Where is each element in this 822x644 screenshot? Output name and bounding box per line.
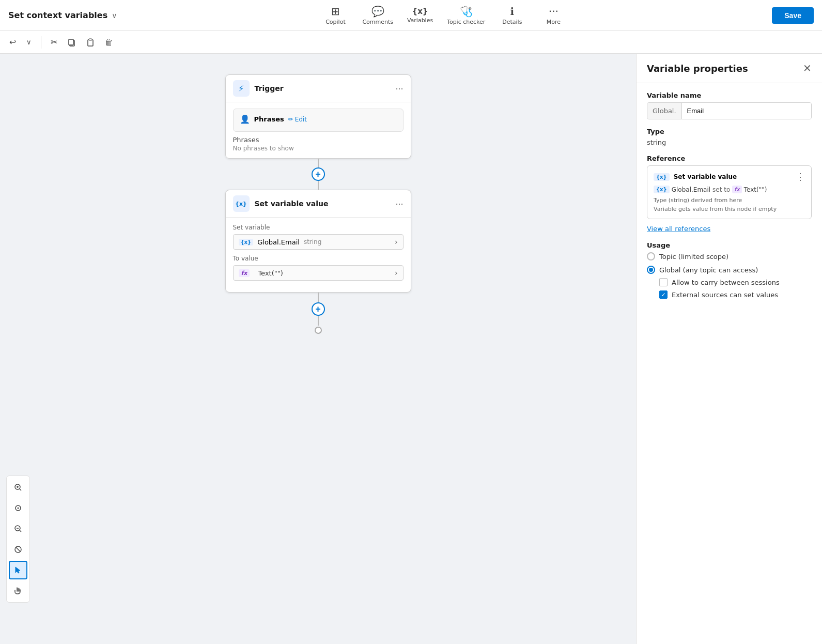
radio-topic-limited[interactable]: Topic (limited scope) — [647, 252, 812, 260]
comments-icon: 💬 — [371, 5, 384, 18]
nav-topic-checker-label: Topic checker — [447, 19, 485, 25]
checkbox-external-label: External sources can set values — [672, 291, 778, 299]
reference-section: Reference {x} Set variable value ⋮ {x} G… — [647, 155, 812, 233]
zoom-in-icon — [14, 483, 22, 492]
variable-icon: {x} — [233, 195, 250, 212]
checkbox-carry-sessions[interactable]: Allow to carry between sessions — [659, 278, 812, 286]
phrases-section: 👤 Phrases ✏ Edit — [233, 109, 404, 132]
to-value-section: To value fx Text("") › — [233, 255, 404, 281]
toolbar-divider-1 — [41, 36, 41, 49]
ref-set-to: set to — [712, 186, 730, 193]
nav-details[interactable]: ℹ Details — [498, 5, 526, 25]
no-fit-button[interactable] — [9, 540, 27, 559]
topbar-right: Save — [772, 7, 814, 24]
variable-type: string — [304, 238, 321, 246]
topbar-left: Set context variables ∨ — [8, 10, 117, 20]
trigger-node-title: Trigger — [255, 84, 284, 93]
variable-node-title: Set variable value — [255, 200, 329, 208]
zoom-out-button[interactable] — [9, 519, 27, 538]
variable-name: Global.Email — [257, 238, 300, 246]
no-fit-icon — [14, 545, 22, 554]
variable-badge: {x} — [239, 239, 254, 246]
trigger-node-body: 👤 Phrases ✏ Edit Phrases No phrases to s… — [226, 102, 411, 158]
zoom-in-button[interactable] — [9, 478, 27, 497]
ref-fx-badge: fx — [732, 186, 741, 193]
svg-point-9 — [18, 508, 19, 509]
connector-1: + — [312, 159, 325, 190]
variable-node-more-button[interactable]: ··· — [395, 198, 403, 209]
delete-button[interactable]: 🗑 — [102, 36, 116, 49]
save-button[interactable]: Save — [772, 7, 814, 24]
chevron-down-icon[interactable]: ∨ — [112, 11, 117, 20]
ref-meta-line1: Type (string) derived from here — [654, 196, 805, 205]
radio-global-label: Global (any topic can access) — [659, 266, 758, 274]
view-all-references-link[interactable]: View all references — [647, 225, 710, 233]
reference-row: {x} Set variable value ⋮ — [654, 171, 805, 182]
hand-button[interactable] — [9, 581, 27, 600]
var-name-input[interactable] — [682, 103, 811, 119]
variable-node: {x} Set variable value ··· Set variable … — [225, 190, 411, 293]
connector-line-1b — [318, 181, 319, 190]
var-name-label: Variable name — [647, 91, 812, 99]
radio-topic-label: Topic (limited scope) — [659, 253, 728, 260]
pointer-button[interactable] — [9, 561, 27, 579]
nav-more-label: More — [547, 19, 561, 25]
phrases-header: 👤 Phrases ✏ Edit — [240, 114, 397, 124]
cut-button[interactable]: ✂ — [48, 35, 60, 49]
fx-field[interactable]: fx Text("") › — [233, 265, 404, 281]
svg-line-12 — [20, 530, 21, 532]
nav-topic-checker[interactable]: 🩺 Topic checker — [447, 5, 485, 25]
redo-button[interactable]: ∨ — [23, 36, 35, 48]
add-node-button-2[interactable]: + — [312, 302, 325, 316]
trigger-node-more-button[interactable]: ··· — [395, 83, 403, 94]
undo-button[interactable]: ↩ — [6, 35, 19, 49]
panel-header: Variable properties ✕ — [637, 54, 822, 83]
type-label: Type — [647, 128, 812, 135]
variable-field-chevron-icon: › — [395, 238, 398, 246]
nav-more[interactable]: ··· More — [539, 5, 568, 25]
phrases-label: Phrases — [233, 136, 404, 144]
paste-button[interactable] — [83, 36, 98, 49]
nav-copilot[interactable]: ⊞ Copilot — [321, 5, 350, 25]
phrases-title: Phrases — [254, 115, 284, 123]
nav-comments[interactable]: 💬 Comments — [362, 5, 393, 25]
ref-more-button[interactable]: ⋮ — [796, 171, 805, 182]
type-value: string — [647, 139, 812, 146]
phrases-edit-link[interactable]: ✏ Edit — [288, 116, 307, 123]
set-variable-label: Set variable — [233, 224, 404, 231]
to-value-label: To value — [233, 255, 404, 262]
nav-copilot-label: Copilot — [325, 19, 346, 25]
center-button[interactable] — [9, 499, 27, 517]
ref-title: Set variable value — [674, 173, 737, 180]
svg-rect-1 — [69, 39, 73, 45]
usage-label: Usage — [647, 241, 812, 249]
trigger-node-header-left: ⚡ Trigger — [233, 80, 284, 97]
canvas[interactable]: ⚡ Trigger ··· 👤 Phrases ✏ Edit — [0, 54, 636, 644]
trigger-node: ⚡ Trigger ··· 👤 Phrases ✏ Edit — [225, 74, 411, 159]
variable-node-body: Set variable {x} Global.Email string › T… — [226, 218, 411, 292]
checkbox-external-sources[interactable]: External sources can set values — [659, 290, 812, 299]
connector-line-2 — [318, 293, 319, 302]
variable-field[interactable]: {x} Global.Email string › — [233, 234, 404, 250]
phrases-person-icon: 👤 — [240, 114, 250, 124]
page-title: Set context variables — [8, 10, 107, 20]
var-name-field: Global. — [647, 102, 812, 119]
reference-meta: Type (string) derived from here Variable… — [654, 196, 805, 213]
radio-global[interactable]: Global (any topic can access) — [647, 266, 812, 274]
main-area: ⚡ Trigger ··· 👤 Phrases ✏ Edit — [0, 54, 822, 644]
type-section: Type string — [647, 128, 812, 146]
ref-var: Global.Email — [672, 186, 710, 193]
connector-2: + — [312, 293, 325, 334]
pointer-icon — [14, 566, 22, 574]
panel-close-button[interactable]: ✕ — [803, 62, 812, 74]
checkbox-carry-label: Allow to carry between sessions — [672, 279, 780, 286]
topic-checker-icon: 🩺 — [460, 5, 473, 18]
nav-variables[interactable]: {x} Variables — [406, 7, 435, 24]
svg-line-7 — [20, 489, 21, 490]
panel-body: Variable name Global. Type string Refere… — [637, 83, 822, 307]
connector-line-2b — [318, 316, 319, 326]
copy-button[interactable] — [65, 36, 79, 49]
radio-group: Topic (limited scope) Global (any topic … — [647, 252, 812, 274]
paste-icon — [86, 38, 95, 47]
add-node-button-1[interactable]: + — [312, 167, 325, 181]
